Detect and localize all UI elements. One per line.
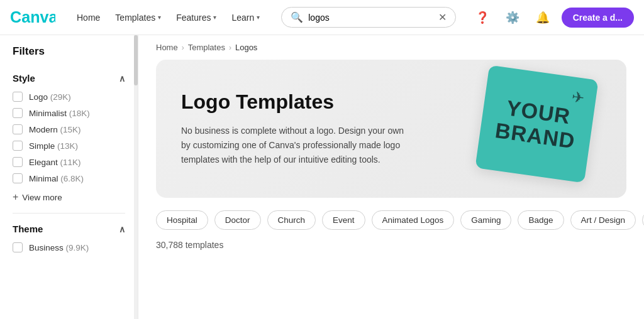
hero-banner: Logo Templates No business is complete w… xyxy=(156,60,626,198)
minimal-checkbox[interactable] xyxy=(13,173,23,183)
template-count: 30,788 templates xyxy=(138,237,644,257)
notifications-button[interactable]: 🔔 xyxy=(531,6,554,29)
filter-business[interactable]: Business (9.9K) xyxy=(13,239,125,256)
help-icon: ❓ xyxy=(475,11,489,24)
tag-animated-logos[interactable]: Animated Logos xyxy=(372,210,455,230)
filter-minimal[interactable]: Minimal (6.8K) xyxy=(13,170,125,187)
tag-art--design[interactable]: Art / Design xyxy=(570,210,636,230)
scrollbar-thumb[interactable] xyxy=(134,35,138,85)
navbar: Canva Home Templates ▾ Features ▾ Learn … xyxy=(0,0,644,35)
tag-church[interactable]: Church xyxy=(267,210,316,230)
style-section-label: Style xyxy=(13,73,35,84)
tags-row: HospitalDoctorChurchEventAnimated LogosG… xyxy=(138,198,644,237)
theme-section-header[interactable]: Theme ∧ xyxy=(13,219,125,239)
tag-badge[interactable]: Badge xyxy=(518,210,564,230)
tag-event[interactable]: Event xyxy=(322,210,365,230)
settings-button[interactable]: ⚙️ xyxy=(501,6,524,29)
templates-chevron-icon: ▾ xyxy=(158,14,161,21)
sidebar-divider xyxy=(13,213,125,214)
minimal-label: Minimal (6.8K) xyxy=(29,174,84,183)
features-chevron-icon: ▾ xyxy=(213,14,216,21)
create-button[interactable]: Create a d... xyxy=(562,8,634,28)
breadcrumb-home[interactable]: Home xyxy=(156,43,178,52)
nav-templates[interactable]: Templates ▾ xyxy=(109,9,167,26)
style-section-header[interactable]: Style ∧ xyxy=(13,68,125,89)
hero-visual: ✈ YOUR BRAND xyxy=(482,72,608,185)
nav-links: Home Templates ▾ Features ▾ Learn ▾ xyxy=(70,9,266,26)
sidebar-filters: Filters Style ∧ Logo (29K) Minimalist (1… xyxy=(0,35,138,319)
style-chevron-icon: ∧ xyxy=(119,73,125,84)
filter-logo[interactable]: Logo (29K) xyxy=(13,89,125,105)
nav-features[interactable]: Features ▾ xyxy=(170,9,223,26)
bell-icon: 🔔 xyxy=(536,11,550,24)
brand-card-text: YOUR BRAND xyxy=(494,95,580,153)
logo-checkbox[interactable] xyxy=(13,92,23,102)
business-label: Business (9.9K) xyxy=(29,243,89,252)
breadcrumb-templates[interactable]: Templates xyxy=(188,43,225,52)
breadcrumb-current: Logos xyxy=(235,43,257,52)
minimalist-checkbox[interactable] xyxy=(13,108,23,118)
modern-checkbox[interactable] xyxy=(13,124,23,134)
modern-label: Modern (15K) xyxy=(29,125,81,134)
filters-heading: Filters xyxy=(0,45,138,68)
breadcrumb: Home › Templates › Logos xyxy=(138,35,644,52)
hero-title: Logo Templates xyxy=(181,90,408,114)
filter-minimalist[interactable]: Minimalist (18K) xyxy=(13,105,125,121)
canva-logo[interactable]: Canva xyxy=(10,9,55,26)
view-more-button[interactable]: + View more xyxy=(13,187,62,208)
business-checkbox[interactable] xyxy=(13,242,23,252)
filter-modern[interactable]: Modern (15K) xyxy=(13,121,125,138)
hero-description: No business is complete without a logo. … xyxy=(181,124,408,167)
search-input[interactable] xyxy=(308,13,433,23)
settings-icon: ⚙️ xyxy=(506,11,519,24)
paper-plane-icon: ✈ xyxy=(571,89,586,108)
tag-gaming[interactable]: Gaming xyxy=(460,210,511,230)
hero-text-block: Logo Templates No business is complete w… xyxy=(181,90,408,167)
theme-section-label: Theme xyxy=(13,224,43,234)
main-content: Home › Templates › Logos Logo Templates … xyxy=(138,35,644,319)
logo-label: Logo (29K) xyxy=(29,92,71,102)
search-clear-icon[interactable]: ✕ xyxy=(438,11,447,23)
scrollbar-track xyxy=(134,35,138,319)
minimalist-label: Minimalist (18K) xyxy=(29,109,90,118)
nav-right-actions: ❓ ⚙️ 🔔 Create a d... xyxy=(471,6,634,29)
tag-doctor[interactable]: Doctor xyxy=(214,210,261,230)
theme-filter-section: Theme ∧ Business (9.9K) xyxy=(0,219,138,256)
main-layout: Filters Style ∧ Logo (29K) Minimalist (1… xyxy=(0,35,644,319)
breadcrumb-sep-2: › xyxy=(229,43,231,52)
filter-elegant[interactable]: Elegant (11K) xyxy=(13,154,125,170)
plus-icon: + xyxy=(13,192,18,203)
elegant-checkbox[interactable] xyxy=(13,157,23,167)
simple-checkbox[interactable] xyxy=(13,141,23,151)
simple-label: Simple (13K) xyxy=(29,141,78,151)
brand-card: ✈ YOUR BRAND xyxy=(475,65,598,183)
search-icon: 🔍 xyxy=(291,11,303,23)
nav-home[interactable]: Home xyxy=(70,9,106,26)
svg-text:Canva: Canva xyxy=(10,9,55,26)
search-bar: 🔍 ✕ xyxy=(281,7,455,28)
nav-learn[interactable]: Learn ▾ xyxy=(225,9,266,26)
learn-chevron-icon: ▾ xyxy=(257,14,260,21)
breadcrumb-sep-1: › xyxy=(182,43,184,52)
elegant-label: Elegant (11K) xyxy=(29,158,81,167)
filter-simple[interactable]: Simple (13K) xyxy=(13,138,125,154)
tag-hospital[interactable]: Hospital xyxy=(156,210,208,230)
help-button[interactable]: ❓ xyxy=(471,6,494,29)
theme-chevron-icon: ∧ xyxy=(119,224,125,234)
style-filter-section: Style ∧ Logo (29K) Minimalist (18K) xyxy=(0,68,138,208)
